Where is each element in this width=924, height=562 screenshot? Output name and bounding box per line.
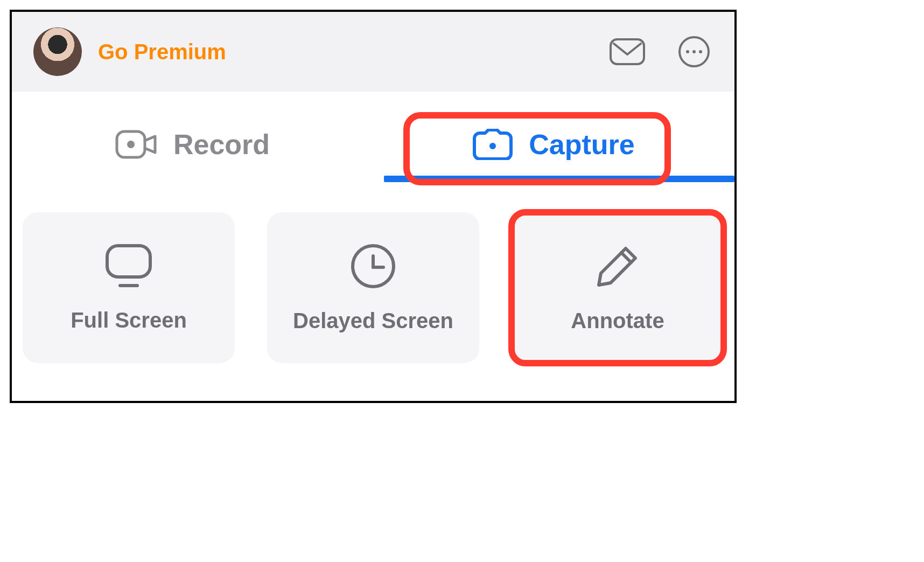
svg-rect-8	[107, 246, 150, 277]
svg-point-3	[692, 50, 696, 53]
mail-button[interactable]	[608, 33, 646, 71]
app-window: Go Premium	[10, 10, 737, 403]
capture-tiles: Full Screen Delayed Screen Annotate	[12, 182, 734, 401]
tile-annotate[interactable]: Annotate	[512, 212, 724, 363]
monitor-icon	[104, 244, 153, 289]
tab-capture-label: Capture	[529, 128, 634, 161]
go-premium-link[interactable]: Go Premium	[98, 40, 226, 64]
video-camera-icon	[115, 130, 157, 159]
camera-icon	[473, 129, 513, 160]
svg-point-4	[699, 50, 702, 53]
tile-annotate-label: Annotate	[571, 309, 664, 333]
more-button[interactable]	[675, 33, 713, 71]
tab-capture[interactable]: Capture	[373, 113, 734, 182]
mail-icon	[610, 38, 645, 65]
svg-point-7	[489, 143, 496, 149]
more-icon	[678, 36, 710, 68]
svg-rect-0	[611, 39, 644, 64]
tile-full-screen-label: Full Screen	[71, 308, 187, 332]
svg-point-6	[127, 141, 135, 148]
tab-record[interactable]: Record	[12, 113, 373, 182]
tile-full-screen[interactable]: Full Screen	[23, 212, 235, 363]
active-tab-underline	[384, 176, 734, 182]
tile-delayed-screen-label: Delayed Screen	[293, 309, 453, 333]
svg-point-2	[686, 50, 689, 53]
clock-icon	[350, 243, 396, 289]
tab-record-label: Record	[173, 128, 270, 161]
user-avatar[interactable]	[33, 27, 82, 76]
header: Go Premium	[12, 12, 734, 92]
pencil-icon	[594, 243, 641, 289]
tabs: Record Capture	[12, 113, 734, 182]
tile-delayed-screen[interactable]: Delayed Screen	[267, 212, 479, 363]
